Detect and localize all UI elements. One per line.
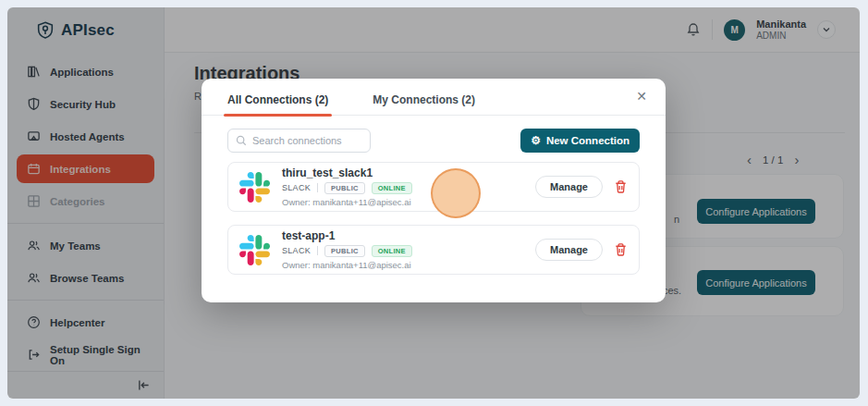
slack-icon — [239, 235, 270, 265]
close-icon[interactable]: ✕ — [636, 89, 647, 104]
status-badge: ONLINE — [372, 182, 412, 195]
visibility-badge: PUBLIC — [324, 245, 365, 258]
click-indicator — [431, 168, 481, 218]
connection-type: SLACK — [282, 247, 311, 255]
connection-owner: Owner: manikanta+11@apisec.ai — [282, 261, 412, 270]
slack-icon — [239, 172, 270, 203]
search-connections-input[interactable] — [252, 135, 362, 146]
meta-separator — [317, 246, 318, 255]
delete-connection-icon[interactable] — [614, 242, 628, 257]
manage-button[interactable]: Manage — [535, 239, 603, 261]
connection-type: SLACK — [282, 184, 311, 192]
manage-button[interactable]: Manage — [535, 176, 603, 198]
connection-name: test-app-1 — [282, 230, 412, 241]
connection-meta: SLACK PUBLIC ONLINE — [282, 245, 412, 258]
modal-tabs: All Connections (2) My Connections (2) — [202, 79, 666, 116]
connection-info: thiru_test_slack1 SLACK PUBLIC ONLINE Ow… — [282, 167, 412, 207]
new-connection-label: New Connection — [546, 135, 630, 146]
tab-my-connections[interactable]: My Connections (2) — [373, 93, 475, 115]
gear-icon: ⚙ — [531, 135, 541, 146]
search-icon — [236, 135, 247, 146]
meta-separator — [317, 183, 318, 192]
status-badge: ONLINE — [372, 245, 412, 258]
tab-all-connections[interactable]: All Connections (2) — [227, 93, 328, 115]
modal-toolbar: ⚙ New Connection — [202, 116, 666, 162]
connection-meta: SLACK PUBLIC ONLINE — [282, 182, 412, 195]
delete-connection-icon[interactable] — [614, 179, 628, 194]
search-connections-box — [227, 129, 371, 153]
connection-row: test-app-1 SLACK PUBLIC ONLINE Owner: ma… — [227, 225, 640, 275]
connection-name: thiru_test_slack1 — [282, 167, 412, 178]
visibility-badge: PUBLIC — [324, 182, 365, 195]
connection-info: test-app-1 SLACK PUBLIC ONLINE Owner: ma… — [282, 230, 412, 270]
connection-owner: Owner: manikanta+11@apisec.ai — [282, 198, 412, 207]
new-connection-button[interactable]: ⚙ New Connection — [520, 129, 640, 153]
connections-list: thiru_test_slack1 SLACK PUBLIC ONLINE Ow… — [202, 162, 666, 275]
